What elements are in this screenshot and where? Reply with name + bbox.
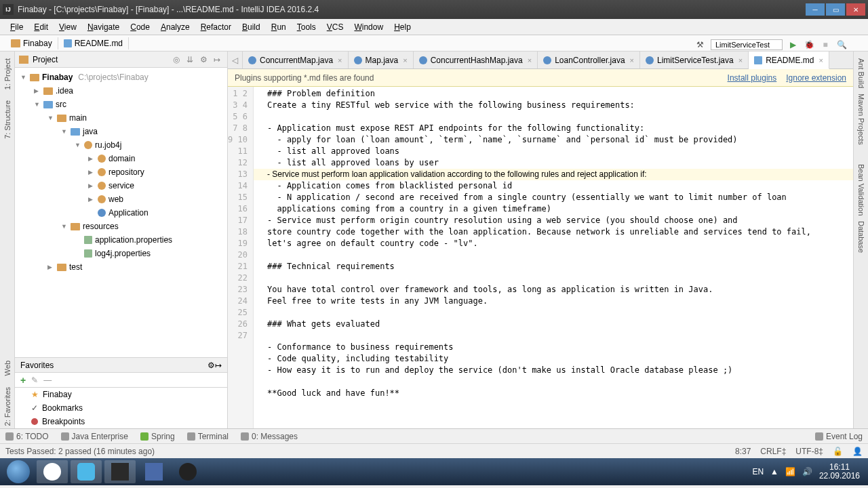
breadcrumb-root[interactable]: Finabay bbox=[5, 37, 58, 49]
tool-messages[interactable]: 0: Messages bbox=[241, 432, 298, 441]
menu-help[interactable]: Help bbox=[389, 21, 416, 33]
tree-root[interactable]: ▼FinabayC:\projects\Finabay bbox=[15, 70, 227, 84]
ignore-extension-link[interactable]: Ignore extension bbox=[786, 73, 846, 83]
editor-tab[interactable]: LimitServiceTest.java× bbox=[640, 52, 749, 68]
menu-edit[interactable]: Edit bbox=[29, 21, 53, 33]
tree-item[interactable]: ▼resources bbox=[15, 220, 227, 233]
target-icon[interactable]: ◎ bbox=[173, 55, 182, 64]
maximize-button[interactable]: ▭ bbox=[826, 3, 845, 16]
project-tree[interactable]: ▼FinabayC:\projects\Finabay ▶.idea ▼src … bbox=[15, 68, 227, 357]
editor-content[interactable]: ### Problem definition Create a tiny RES… bbox=[254, 87, 853, 428]
menu-refactor[interactable]: Refactor bbox=[196, 21, 236, 33]
close-tab-icon[interactable]: × bbox=[819, 56, 823, 64]
menu-navigate[interactable]: Navigate bbox=[83, 21, 124, 33]
tool-tab-project[interactable]: 1: Project bbox=[2, 56, 13, 92]
editor-tab[interactable]: README.md× bbox=[749, 52, 829, 69]
menu-file[interactable]: File bbox=[5, 21, 28, 33]
menu-vcs[interactable]: VCS bbox=[322, 21, 349, 33]
editor-tab[interactable]: ConcurrentHashMap.java× bbox=[414, 52, 538, 68]
taskbar-intellij[interactable] bbox=[104, 460, 136, 483]
collapse-icon[interactable]: ⇊ bbox=[186, 55, 196, 64]
menu-run[interactable]: Run bbox=[267, 21, 291, 33]
close-tab-icon[interactable]: × bbox=[528, 56, 532, 64]
run-config-select[interactable]: LimitServiceTest bbox=[711, 39, 783, 50]
tool-tab-maven[interactable]: Maven Projects bbox=[856, 91, 867, 148]
close-button[interactable]: ✕ bbox=[846, 3, 865, 16]
minimize-button[interactable]: ─ bbox=[806, 3, 825, 16]
tree-item[interactable]: ▼java bbox=[15, 125, 227, 138]
tool-tab-database[interactable]: Database bbox=[856, 218, 867, 256]
close-tab-icon[interactable]: × bbox=[630, 56, 634, 64]
tool-spring[interactable]: Spring bbox=[140, 432, 175, 441]
tool-tab-ant[interactable]: Ant Build bbox=[856, 56, 867, 91]
close-tab-icon[interactable]: × bbox=[738, 56, 743, 64]
editor-tab[interactable]: LoanController.java× bbox=[538, 52, 640, 68]
lock-icon[interactable]: 🔓 bbox=[833, 447, 843, 456]
folder-icon bbox=[30, 74, 39, 81]
taskbar-skype[interactable] bbox=[71, 460, 102, 483]
tool-tab-web[interactable]: Web bbox=[2, 358, 13, 378]
tool-terminal[interactable]: Terminal bbox=[187, 432, 229, 441]
close-tab-icon[interactable]: × bbox=[403, 56, 407, 64]
taskbar-obs[interactable] bbox=[172, 460, 203, 483]
editor-tab[interactable]: Map.java× bbox=[349, 52, 414, 68]
tree-item[interactable]: log4j.properties bbox=[15, 247, 227, 260]
tool-tab-favorites[interactable]: 2: Favorites bbox=[2, 384, 13, 428]
gear-icon[interactable]: ⚙ bbox=[200, 55, 210, 64]
tray-flag-icon[interactable]: ▲ bbox=[770, 467, 778, 476]
menu-tools[interactable]: Tools bbox=[292, 21, 321, 33]
edit-icon[interactable]: ✎ bbox=[31, 375, 38, 385]
tree-item[interactable]: ▶domain bbox=[15, 152, 227, 165]
search-icon[interactable]: 🔍 bbox=[835, 39, 848, 51]
editor-tab[interactable]: ConcurrentMap.java× bbox=[243, 52, 349, 68]
tree-item[interactable]: Application bbox=[15, 206, 227, 220]
gear-icon[interactable]: ⚙ bbox=[208, 361, 215, 370]
menu-code[interactable]: Code bbox=[125, 21, 155, 33]
debug-button[interactable]: 🐞 bbox=[803, 39, 815, 51]
favorite-item[interactable]: ✓Bookmarks bbox=[15, 401, 227, 415]
tree-item[interactable]: application.properties bbox=[15, 233, 227, 247]
tree-item[interactable]: ▶service bbox=[15, 179, 227, 192]
tray-sound-icon[interactable]: 🔊 bbox=[802, 467, 812, 476]
run-button[interactable]: ▶ bbox=[787, 39, 799, 51]
menu-build[interactable]: Build bbox=[237, 21, 265, 33]
tree-item[interactable]: ▶web bbox=[15, 192, 227, 206]
favorite-item[interactable]: ★Finabay bbox=[15, 388, 227, 401]
favorite-item[interactable]: Breakpoints bbox=[15, 415, 227, 428]
tool-javaee[interactable]: Java Enterprise bbox=[61, 432, 128, 441]
menu-window[interactable]: Window bbox=[349, 21, 388, 33]
taskbar-chrome[interactable] bbox=[37, 460, 68, 483]
tool-tab-structure[interactable]: 7: Structure bbox=[2, 98, 13, 142]
remove-icon[interactable]: — bbox=[43, 375, 52, 385]
status-enc[interactable]: UTF-8‡ bbox=[795, 447, 823, 456]
tree-item[interactable]: ▶.idea bbox=[15, 84, 227, 98]
event-log[interactable]: Event Log bbox=[815, 432, 863, 441]
folder-icon bbox=[71, 128, 80, 136]
tool-todo[interactable]: 6: TODO bbox=[5, 432, 49, 441]
file-icon bbox=[419, 56, 427, 64]
menu-analyze[interactable]: Analyze bbox=[156, 21, 195, 33]
hide-icon[interactable]: ↦ bbox=[214, 55, 223, 64]
tray-clock[interactable]: 16:1122.09.2016 bbox=[819, 463, 860, 481]
tree-item[interactable]: ▼ru.job4j bbox=[15, 138, 227, 152]
tray-lang[interactable]: EN bbox=[752, 467, 764, 476]
tray-network-icon[interactable]: 📶 bbox=[785, 467, 795, 476]
hector-icon[interactable]: 👤 bbox=[852, 447, 863, 456]
tool-tab-bean[interactable]: Bean Validation bbox=[856, 161, 867, 218]
status-sep[interactable]: CRLF‡ bbox=[760, 447, 786, 456]
close-tab-icon[interactable]: × bbox=[338, 56, 342, 64]
tree-item[interactable]: ▼main bbox=[15, 111, 227, 125]
breadcrumb-file[interactable]: README.md bbox=[58, 37, 129, 49]
hide-icon[interactable]: ↦ bbox=[215, 361, 222, 370]
tree-item[interactable]: ▼src bbox=[15, 98, 227, 111]
add-icon[interactable]: + bbox=[20, 375, 26, 386]
build-icon[interactable]: ⚒ bbox=[694, 39, 707, 51]
tree-item[interactable]: ▶test bbox=[15, 260, 227, 274]
start-button[interactable] bbox=[3, 460, 34, 483]
menu-view[interactable]: View bbox=[54, 21, 81, 33]
tab-left-icon[interactable]: ◁ bbox=[228, 52, 243, 68]
stop-button[interactable]: ■ bbox=[819, 39, 831, 51]
taskbar-save[interactable] bbox=[138, 460, 170, 483]
tree-item[interactable]: ▶repository bbox=[15, 165, 227, 179]
install-plugins-link[interactable]: Install plugins bbox=[728, 73, 777, 83]
